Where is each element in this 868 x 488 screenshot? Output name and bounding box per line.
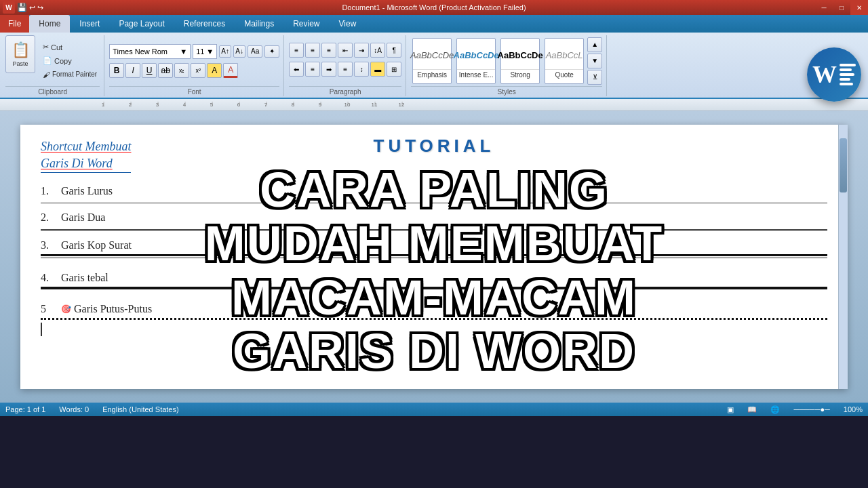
tab-home[interactable]: Home <box>29 15 70 33</box>
superscript-button[interactable]: x² <box>191 63 205 78</box>
style-strong-label: Strong <box>501 69 539 80</box>
borders-button[interactable]: ⊞ <box>387 62 401 77</box>
multilevel-button[interactable]: ≡ <box>321 43 336 58</box>
change-case-button[interactable]: Aa <box>248 45 262 58</box>
ruler-mark-8: 8 <box>279 102 307 108</box>
zoom-level: 100% <box>844 405 863 413</box>
window-controls: ─ □ ✕ <box>815 0 868 15</box>
line-spacing-button[interactable]: ↕ <box>354 62 369 77</box>
align-left-button[interactable]: ⬅ <box>289 62 304 77</box>
increase-indent-button[interactable]: ⇥ <box>354 43 369 58</box>
list-num-1: 1. <box>41 185 61 197</box>
view-web-btn[interactable]: 🌐 <box>770 405 780 414</box>
ruler-mark-9: 9 <box>307 102 334 108</box>
increase-font-button[interactable]: A↑ <box>219 45 231 58</box>
format-painter-button[interactable]: 🖌 Format Painter <box>40 68 100 81</box>
styles-group-label: Styles <box>411 86 602 96</box>
decrease-indent-button[interactable]: ⇤ <box>338 43 353 58</box>
tab-mailings[interactable]: Mailings <box>235 15 283 33</box>
copy-button[interactable]: 📄 Copy <box>40 55 100 67</box>
doc-area: Shortcut Membuat Garis Di Word 1. Garis … <box>0 111 868 403</box>
kop-line-thick <box>41 254 827 256</box>
tab-review[interactable]: Review <box>283 15 329 33</box>
paragraph-row1: ≡ ≡ ≡ ⇤ ⇥ ↕A ¶ <box>289 43 401 58</box>
format-painter-icon: 🖌 <box>43 70 50 79</box>
font-name-selector[interactable]: Times New Rom ▼ <box>109 44 191 59</box>
italic-button[interactable]: I <box>125 63 140 78</box>
underline-button[interactable]: U <box>142 63 157 78</box>
tutorial-label: TUTORIAL <box>374 136 495 157</box>
status-language: English (United States) <box>102 405 179 413</box>
paste-icon: 📋 <box>12 41 30 59</box>
decrease-font-button[interactable]: A↓ <box>233 45 245 58</box>
list-item-5: 5 🎯 Garis Putus-Putus <box>41 303 827 336</box>
clipboard-small-btns: ✂ Cut 📄 Copy 🖌 Format Painter <box>40 35 100 86</box>
style-quote-preview: AaBbCcL <box>545 42 583 69</box>
scrollbar-thumb[interactable] <box>840 138 847 192</box>
thick-line-top <box>41 287 827 289</box>
tab-page-layout[interactable]: Page Layout <box>109 15 174 33</box>
paste-button[interactable]: 📋 Paste <box>5 35 35 73</box>
font-color-button[interactable]: A <box>223 63 238 78</box>
styles-scroll-up[interactable]: ▲ ▼ ⊻ <box>587 37 602 85</box>
list-num-4: 4. <box>41 272 61 284</box>
save-quick-btn[interactable]: 💾 <box>17 3 27 12</box>
styles-down-btn[interactable]: ▼ <box>587 54 602 68</box>
center-button[interactable]: ≡ <box>305 62 320 77</box>
text-cursor <box>41 323 42 336</box>
shading-button[interactable]: ▬ <box>370 62 385 77</box>
close-btn[interactable]: ✕ <box>850 0 868 15</box>
bullets-button[interactable]: ≡ <box>289 43 304 58</box>
copy-icon: 📄 <box>43 56 52 65</box>
list-num-5: 5 <box>41 303 61 315</box>
bold-button[interactable]: B <box>109 63 124 78</box>
text-highlight-button[interactable]: A <box>207 63 222 78</box>
list-text-2: Garis Dua <box>61 211 105 224</box>
strikethrough-button[interactable]: ab <box>158 63 173 78</box>
styles-up-btn[interactable]: ▲ <box>587 37 602 52</box>
vertical-scrollbar[interactable] <box>838 125 848 389</box>
clear-format-button[interactable]: ✦ <box>264 45 279 58</box>
style-emphasis[interactable]: AaBbCcDe Emphasis <box>412 38 452 84</box>
list-item-4-row: 4. Garis tebal <box>41 272 827 284</box>
doc-page[interactable]: Shortcut Membuat Garis Di Word 1. Garis … <box>20 125 848 389</box>
word-logo: W <box>807 47 861 102</box>
tab-view[interactable]: View <box>330 15 366 33</box>
list-item-2: 2. Garis Dua <box>41 211 827 231</box>
style-strong-preview: AaBbCcDe <box>501 42 539 69</box>
view-normal-btn[interactable]: ▣ <box>727 405 734 414</box>
minimize-btn[interactable]: ─ <box>815 0 833 15</box>
ruler-mark-2: 2 <box>117 102 144 108</box>
list-text-5: Garis Putus-Putus <box>74 303 152 315</box>
styles-more-btn[interactable]: ⊻ <box>587 70 602 85</box>
tab-references[interactable]: References <box>174 15 235 33</box>
style-strong[interactable]: AaBbCcDe Strong <box>500 38 540 84</box>
numbering-button[interactable]: ≡ <box>305 43 320 58</box>
list-num-5-icon: 🎯 <box>61 304 71 314</box>
tab-file[interactable]: File <box>0 15 29 33</box>
style-quote[interactable]: AaBbCcL Quote <box>545 38 584 84</box>
undo-quick-btn[interactable]: ↩ <box>29 3 35 12</box>
ruler-marks: 1 2 3 4 5 6 7 8 9 10 11 12 <box>1 102 415 108</box>
title-text: Document1 - Microsoft Word (Product Acti… <box>342 3 526 12</box>
view-reading-btn[interactable]: 📖 <box>747 405 757 414</box>
style-intense-emphasis[interactable]: AaBbCcDe Intense E... <box>456 38 496 84</box>
subscript-button[interactable]: x₂ <box>174 63 189 78</box>
sort-button[interactable]: ↕A <box>370 43 385 58</box>
font-group: Times New Rom ▼ 11 ▼ A↑ A↓ Aa ✦ B I U ab… <box>105 35 284 96</box>
font-size-selector[interactable]: 11 ▼ <box>193 44 217 59</box>
maximize-btn[interactable]: □ <box>833 0 850 15</box>
show-hide-button[interactable]: ¶ <box>387 43 401 58</box>
list-item-2-row: 2. Garis Dua <box>41 211 827 231</box>
list-item-3: 3. Garis Kop Surat <box>41 239 827 264</box>
font-name-dropdown-icon: ▼ <box>180 47 187 56</box>
list-item-3-row: 3. Garis Kop Surat <box>41 239 827 251</box>
paragraph-group: ≡ ≡ ≡ ⇤ ⇥ ↕A ¶ ⬅ ≡ ➡ ≡ ↕ ▬ ⊞ Paragraph <box>285 35 406 96</box>
align-right-button[interactable]: ➡ <box>321 62 336 77</box>
redo-quick-btn[interactable]: ↪ <box>37 3 43 12</box>
justify-button[interactable]: ≡ <box>338 62 353 77</box>
zoom-slider[interactable]: ─────●─ <box>793 405 829 413</box>
tab-insert[interactable]: Insert <box>70 15 109 33</box>
cut-button[interactable]: ✂ Cut <box>40 41 100 54</box>
ruler-mark-11: 11 <box>361 102 388 108</box>
